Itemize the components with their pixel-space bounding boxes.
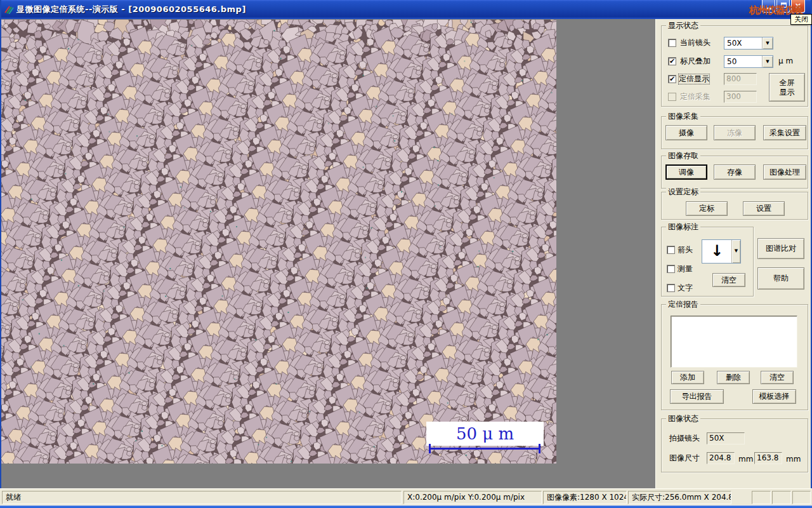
freeze-button: 冻像 (714, 125, 756, 140)
scale-bar-tick-left (429, 444, 431, 453)
fixed-display-checkbox[interactable] (668, 75, 676, 83)
fullscreen-display-button[interactable]: 全屏 显示 (769, 73, 805, 102)
group-title: 图像采集 (666, 112, 700, 121)
width-field: 204.8 (707, 452, 735, 464)
fixed-display-label: 定倍显示 (679, 74, 709, 84)
help-button[interactable]: 帮助 (757, 267, 804, 290)
group-title: 图像存取 (666, 151, 700, 160)
current-lens-checkbox[interactable] (668, 39, 676, 47)
fixed-capture-label: 定倍采集 (680, 92, 710, 102)
app-icon (4, 4, 14, 14)
measure-checkbox[interactable] (667, 265, 675, 273)
control-panel: 显示状态 当前镜头 50X 标尺叠加 50 μ m 定倍显示 800 定倍采集 … (655, 19, 811, 488)
chevron-down-icon[interactable] (762, 56, 773, 67)
fixed-capture-field: 300 (724, 91, 757, 103)
text-checkbox[interactable] (667, 284, 675, 292)
report-delete-button[interactable]: 删除 (717, 371, 750, 384)
template-select-button[interactable]: 模板选择 (752, 389, 796, 404)
status-bar: 就绪 X:0.200μ m/pix Y:0.200μ m/pix 图像像素:12… (0, 488, 812, 505)
status-ready: 就绪 (2, 491, 402, 504)
lens-field: 50X (707, 432, 745, 444)
chevron-down-icon[interactable] (731, 240, 740, 263)
fixed-capture-checkbox (668, 93, 676, 101)
group-title: 图像标注 (666, 222, 700, 231)
text-label: 文字 (678, 283, 693, 293)
capture-settings-button[interactable]: 采集设置 (763, 125, 806, 140)
export-report-button[interactable]: 导出报告 (670, 389, 724, 404)
scale-bar-line (429, 448, 540, 450)
lens-label: 拍摄镜头 (669, 434, 700, 443)
calibration-group: 设置定标 定标 设置 (661, 192, 808, 220)
scale-bar: 50 μ m (426, 422, 544, 446)
image-process-button[interactable]: 图像处理 (763, 164, 806, 180)
title-bar: 显微图像定倍系统--演示版 - [20090602055646.bmp] (0, 0, 812, 19)
status-actual-size: 实际尺寸:256.0mm X 204.8mm (628, 491, 731, 504)
group-title: 显示状态 (666, 21, 700, 30)
clear-annotation-button[interactable]: 清空 (712, 273, 745, 287)
load-image-button[interactable]: 调像 (665, 164, 707, 180)
report-group: 定倍报告 添加 删除 清空 导出报告 模板选择 (661, 304, 808, 410)
atlas-compare-button[interactable]: 图谱比对 (757, 238, 804, 259)
height-field: 163.8 (754, 452, 782, 464)
ruler-overlay-label: 标尺叠加 (680, 57, 710, 66)
save-image-button[interactable]: 存像 (714, 164, 756, 180)
status-resolution: X:0.200μ m/pix Y:0.200μ m/pix (403, 491, 542, 504)
group-title: 设置定标 (666, 187, 700, 196)
storage-group: 图像存取 调像 存像 图像处理 (661, 156, 808, 189)
report-listbox[interactable] (671, 316, 797, 368)
height-unit-label: mm (786, 455, 801, 464)
group-title: 图像状态 (666, 414, 700, 423)
measure-label: 测量 (678, 264, 693, 274)
ruler-unit-label: μ m (778, 57, 793, 66)
size-label: 图像尺寸 (669, 453, 700, 463)
current-lens-select[interactable]: 50X (724, 37, 773, 50)
report-add-button[interactable]: 添加 (671, 371, 704, 384)
capture-group: 图像采集 摄像 冻像 采集设置 (661, 116, 808, 149)
window-title: 显微图像定倍系统--演示版 - [20090602055646.bmp] (16, 4, 246, 15)
status-pane-empty-2 (772, 491, 791, 504)
width-unit-label: mm (738, 455, 753, 464)
status-pixels: 图像像素:1280 X 1024 (543, 491, 627, 504)
fixed-display-field: 800 (724, 73, 757, 85)
taskbar-edge (0, 505, 812, 508)
chevron-down-icon[interactable] (762, 37, 773, 49)
status-pane-empty-1 (752, 491, 771, 504)
display-status-group: 显示状态 当前镜头 50X 标尺叠加 50 μ m 定倍显示 800 定倍采集 … (661, 25, 808, 107)
arrow-down-icon: ↓ (702, 240, 731, 263)
scale-bar-tick-right (539, 444, 540, 453)
ruler-overlay-checkbox[interactable] (668, 57, 676, 65)
arrow-label: 箭头 (678, 245, 693, 255)
ruler-scale-select[interactable]: 50 (724, 55, 773, 68)
report-clear-button[interactable]: 清空 (761, 371, 794, 384)
current-lens-label: 当前镜头 (680, 38, 710, 48)
calibration-settings-button[interactable]: 设置 (743, 201, 785, 216)
scale-bar-label: 50 μ m (426, 422, 544, 446)
group-title: 定倍报告 (666, 300, 700, 309)
close-tooltip: 关闭 (790, 14, 812, 25)
arrow-style-select[interactable]: ↓ (702, 239, 741, 264)
image-status-group: 图像状态 拍摄镜头 50X 图像尺寸 204.8 mm 163.8 mm (661, 418, 808, 472)
arrow-checkbox[interactable] (667, 246, 675, 254)
status-pane-empty-3 (792, 491, 811, 504)
capture-button[interactable]: 摄像 (665, 125, 707, 140)
specimen-image[interactable] (1, 20, 556, 464)
annotation-group: 图像标注 箭头 ↓ 测量 清空 文字 (661, 227, 754, 297)
calibrate-button[interactable]: 定标 (686, 201, 728, 216)
